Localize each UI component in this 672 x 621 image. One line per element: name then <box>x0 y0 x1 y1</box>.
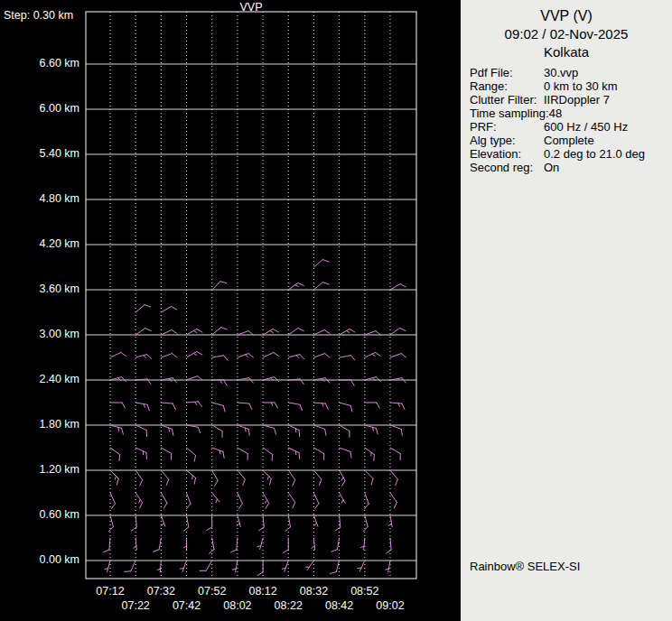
info-label: Range: <box>470 79 544 93</box>
wind-barb <box>340 380 355 385</box>
wind-barb <box>263 425 275 434</box>
wind-barb <box>288 329 303 336</box>
wind-barb <box>212 470 219 486</box>
info-label: Elevation: <box>470 147 544 161</box>
wind-barb <box>212 356 228 360</box>
wind-barb <box>135 448 146 459</box>
wind-barb <box>282 561 288 571</box>
wind-barb <box>154 538 162 551</box>
wind-barbs <box>104 260 406 576</box>
wind-barb <box>390 425 402 435</box>
wind-barb <box>340 329 355 336</box>
info-row: Alg type:Complete <box>470 134 672 147</box>
wind-barb <box>340 403 352 412</box>
wind-barb <box>187 402 202 407</box>
info-row: Pdf File:30.vvp <box>470 66 672 79</box>
wind-barb <box>110 425 123 434</box>
info-label: Clutter Filter: <box>470 93 544 107</box>
wind-barb <box>358 561 365 571</box>
y-axis-label: 4.20 km <box>0 237 79 250</box>
y-axis-label: 1.80 km <box>0 418 79 431</box>
wind-barb <box>365 425 378 434</box>
y-axis-label: 4.80 km <box>0 192 79 205</box>
wind-barb <box>263 353 279 358</box>
wind-barb <box>161 307 176 313</box>
wind-barb <box>340 448 352 458</box>
x-axis-label: 07:12 <box>90 585 130 598</box>
wind-barb <box>212 282 227 290</box>
info-row: Clutter Filter:IIRDoppler 7 <box>470 93 672 107</box>
wind-barb <box>390 403 405 410</box>
wind-barb <box>305 561 313 570</box>
vvp-app-screen: Step: 0.30 km VVP 6.60 km6.00 km5.40 km4… <box>0 0 672 621</box>
wind-barb <box>135 329 151 336</box>
wind-barb <box>340 493 346 503</box>
wind-barb <box>365 493 369 509</box>
info-rows: Pdf File:30.vvpRange:0 km to 30 kmClutte… <box>470 66 672 174</box>
info-label: Alg type: <box>470 134 544 147</box>
info-row: Elevation:0.2 deg to 21.0 deg <box>470 147 672 161</box>
wind-barb <box>207 515 212 531</box>
wind-barb <box>313 354 330 358</box>
wind-barb <box>288 448 299 459</box>
wind-barb <box>187 470 196 484</box>
x-axis-label: 07:32 <box>141 585 181 598</box>
y-axis-label: 1.20 km <box>0 463 79 476</box>
wind-barb <box>212 493 219 503</box>
x-axis-label: 08:32 <box>294 585 333 598</box>
wind-barb <box>257 538 263 550</box>
wind-barb <box>212 425 222 438</box>
wind-barb <box>135 355 152 359</box>
info-label: Second reg: <box>470 161 544 174</box>
info-value: 0 km to 30 km <box>544 79 618 93</box>
panel-datetime: 09:02 / 02-Nov-2025 <box>461 26 672 42</box>
wind-barb <box>386 561 390 572</box>
y-axis-label: 6.60 km <box>0 57 79 70</box>
wind-barb <box>135 403 149 411</box>
wind-barb <box>181 561 187 571</box>
y-axis-label: 6.00 km <box>0 102 79 115</box>
wind-barb <box>187 352 202 358</box>
wind-barb <box>161 425 173 435</box>
wind-barb <box>313 470 321 486</box>
info-value: 48 <box>549 107 562 120</box>
x-axis-label: 08:52 <box>345 585 385 598</box>
wind-barb <box>340 470 346 486</box>
x-axis-label: 07:42 <box>167 599 207 612</box>
wind-barb <box>288 493 294 508</box>
wind-barb <box>238 331 254 336</box>
wind-barb <box>390 448 400 460</box>
x-axis-label: 08:02 <box>218 599 257 612</box>
info-label: Pdf File: <box>470 66 544 79</box>
wind-barb <box>363 515 368 532</box>
wind-barb <box>313 493 319 509</box>
wind-barb <box>288 283 303 291</box>
wind-barb <box>288 403 302 411</box>
info-row: PRF:600 Hz / 450 Hz <box>470 120 672 134</box>
wind-barb <box>187 376 203 381</box>
wind-barb <box>161 470 168 486</box>
info-row: Range:0 km to 30 km <box>470 79 672 93</box>
info-value: 0.2 deg to 21.0 deg <box>544 147 645 161</box>
wind-barb <box>263 403 278 408</box>
wind-barb <box>110 377 126 382</box>
wind-barb <box>104 538 111 552</box>
wind-barb <box>108 515 113 532</box>
wind-barb <box>340 356 355 360</box>
wind-barb <box>212 403 225 412</box>
wind-barb <box>263 329 278 336</box>
wind-barb <box>110 493 116 509</box>
wind-barb <box>390 354 406 358</box>
y-axis-label: 3.60 km <box>0 283 79 295</box>
info-label: PRF: <box>470 120 544 134</box>
wind-barb <box>263 448 273 460</box>
wind-barb <box>135 425 146 437</box>
x-axis-label: 08:42 <box>320 599 359 612</box>
wind-barb <box>212 448 225 458</box>
wind-barb <box>313 330 330 336</box>
wind-barb <box>233 561 238 572</box>
info-panel: VVP (V) 09:02 / 02-Nov-2025 Kolkata Pdf … <box>461 0 672 621</box>
wind-barb <box>230 538 238 552</box>
wind-barb <box>238 470 245 486</box>
wind-barb <box>161 493 167 508</box>
